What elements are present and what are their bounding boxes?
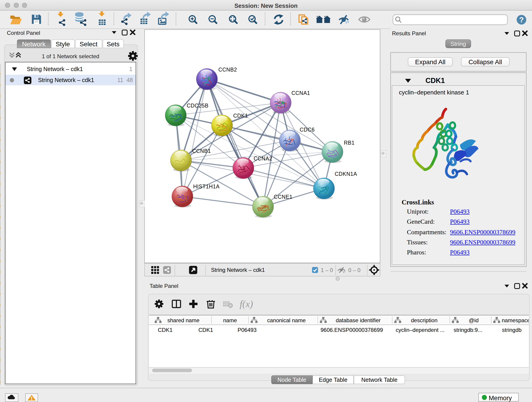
svg-text:1 – 0: 1 – 0	[321, 267, 333, 273]
svg-text:CDKN1A: CDKN1A	[335, 171, 357, 177]
svg-text:RB1: RB1	[344, 140, 355, 146]
svg-text:CCNA1: CCNA1	[291, 90, 310, 96]
svg-text:CDC25B: CDC25B	[186, 103, 208, 109]
svg-text:HIST1H1A: HIST1H1A	[193, 184, 220, 190]
svg-text:0 – 0: 0 – 0	[348, 267, 360, 273]
svg-text:CCNA2: CCNA2	[253, 156, 272, 162]
svg-text:CCNB2: CCNB2	[218, 67, 237, 73]
svg-text:CDC6: CDC6	[299, 127, 314, 133]
svg-text:f(x): f(x)	[239, 299, 253, 309]
svg-text:CCNB1: CCNB1	[192, 148, 210, 154]
svg-text:CCNE1: CCNE1	[273, 194, 292, 200]
svg-text:CDK1: CDK1	[233, 113, 248, 119]
svg-text:?: ?	[519, 16, 524, 24]
